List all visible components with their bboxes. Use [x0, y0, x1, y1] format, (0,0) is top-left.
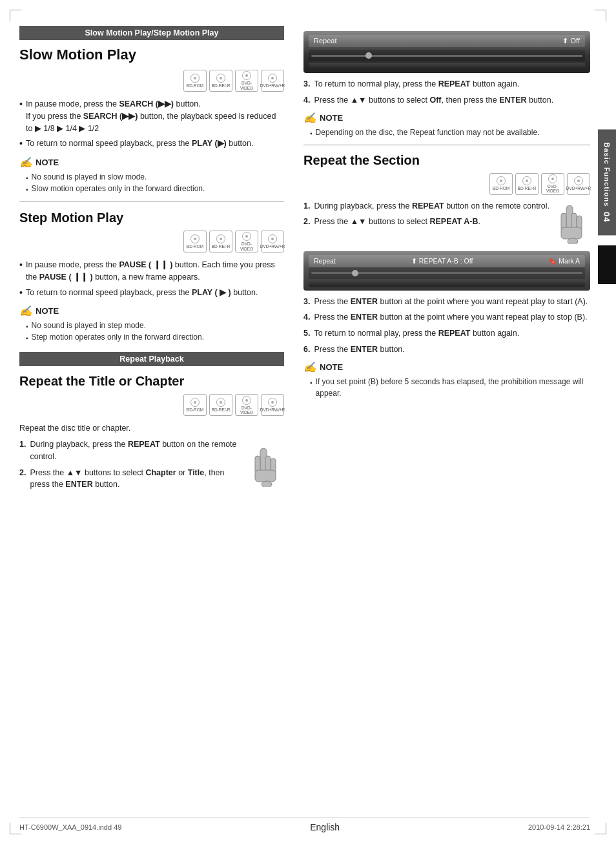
step-motion-note2: Step motion operates only in the forward… [26, 331, 284, 343]
repeat-section-note: ✍ NOTE If you set point (B) before 5 sec… [303, 361, 590, 399]
rs-step6: 6. Press the ENTER button. [303, 344, 590, 356]
step-motion-bullet2: To return to normal speed playback, pres… [19, 287, 284, 299]
hand-illustration-right [555, 205, 590, 246]
bd-re-r-disc [216, 74, 225, 83]
screen-bar-1: Repeat ⬆ Off [309, 35, 585, 47]
ab-label: Repeat [314, 257, 336, 265]
repeat-section-note-list: If you set point (B) before 5 seconds ha… [303, 376, 590, 399]
svg-point-13 [568, 238, 578, 244]
screen-label-1: Repeat [314, 37, 336, 45]
screen-track-1 [311, 55, 582, 57]
banner-repeat: Repeat Playback [19, 352, 284, 366]
ab-mark: 🔖 Mark A [548, 257, 580, 265]
screen-repeat-off: Repeat ⬆ Off [303, 31, 590, 73]
bd-re-r-icon: BD-RE/-R [209, 70, 232, 92]
step-motion-disc-icons: BD-ROM BD-RE/-R DVD-VIDEO DVD+RW/+R [19, 231, 284, 252]
rpt-dvd-rw-r-icon: DVD+RW/+R [261, 394, 284, 416]
dvd-rw-r-icon: DVD+RW/+R [261, 70, 284, 92]
hand-illustration-left [249, 448, 284, 489]
repeat-steps-list: 1. During playback, press the REPEAT but… [19, 438, 243, 495]
ab-track [311, 272, 582, 274]
bd-re-r-label: BD-RE/-R [212, 83, 231, 88]
rpt-dvd-video-icon: DVD-VIDEO [235, 394, 258, 416]
divider-step-motion [19, 201, 284, 201]
rs-dvd-rw-r-icon: DVD+RW/+R [567, 173, 590, 195]
rs-step4: 4. Press the ENTER button at the point w… [303, 311, 590, 324]
rs-step2: 2. Press the ▲▼ buttons to select REPEAT… [303, 216, 549, 228]
step-motion-bullet1: In pause mode, press the PAUSE ( ❙❙ ) bu… [19, 259, 284, 283]
tab-number: 04 [602, 212, 612, 222]
left-column: Slow Motion Play/Step Motion Play Slow M… [19, 26, 297, 818]
step-motion-bullets: In pause mode, press the PAUSE ( ❙❙ ) bu… [19, 259, 284, 298]
page-footer: HT-C6900W_XAA_0914.indd 49 English 2010-… [19, 818, 590, 832]
screen-repeat-ab: Repeat ⬆ REPEAT A-B : Off 🔖 Mark A [303, 251, 590, 291]
repeat-title-note-list: Depending on the disc, the Repeat functi… [303, 127, 590, 138]
rs-step3: 3. Press the ENTER button at the point w… [303, 296, 590, 308]
repeat-disc-icons: BD-ROM BD-RE/-R DVD-VIDEO DVD+RW/+R [19, 394, 284, 416]
repeat-section-steps-1-2: 1. During playback, press the REPEAT but… [303, 200, 549, 232]
footer-center: English [310, 822, 340, 832]
hand-svg-left [249, 448, 281, 487]
slow-motion-note2: Slow motion operates only in the forward… [26, 183, 284, 194]
svg-rect-11 [561, 227, 582, 239]
hand-svg-right [555, 205, 587, 244]
side-tab-black [598, 245, 616, 284]
dvd-video-label: DVD-VIDEO [236, 81, 258, 90]
svg-point-6 [262, 481, 272, 487]
bd-rom-icon: BD-ROM [183, 70, 207, 92]
side-tab: 04 Basic Functions [598, 129, 616, 235]
rpt-bd-rom-icon: BD-ROM [183, 394, 207, 416]
note-icon-section: ✍ [303, 361, 316, 373]
svg-rect-4 [255, 470, 276, 482]
ab-slider [309, 267, 585, 279]
footer-left: HT-C6900W_XAA_0914.indd 49 [19, 823, 121, 831]
footer-right: 2010-09-14 2:28:21 [528, 823, 590, 831]
step-motion-note: ✍ NOTE No sound is played in step mode. … [19, 305, 284, 343]
dvd-rw-r-label: DVD+RW/+R [260, 83, 285, 88]
dvd-video-disc [242, 71, 251, 80]
rs-step5: 5. To return to normal play, press the R… [303, 327, 590, 340]
screen-value-1: ⬆ Off [562, 37, 580, 45]
tab-text: Basic Functions [603, 142, 611, 207]
dvd-video-icon: DVD-VIDEO [235, 70, 258, 92]
slow-motion-note: ✍ NOTE No sound is played in slow mode. … [19, 156, 284, 194]
screen-slider-1 [309, 50, 585, 61]
repeat-step3: 3. To return to normal play, press the R… [303, 78, 590, 90]
slow-motion-bullets: In pause mode, press the SEARCH (▶▶) but… [19, 98, 284, 150]
step-motion-title: Step Motion Play [19, 211, 284, 225]
repeat-title-note: ✍ NOTE Depending on the disc, the Repeat… [303, 112, 590, 138]
note-icon-repeat: ✍ [303, 112, 316, 124]
step-dvd-video-icon: DVD-VIDEO [235, 231, 258, 252]
slow-motion-bullet2: To return to normal speed playback, pres… [19, 138, 284, 150]
rs-bd-rom-icon: BD-ROM [489, 173, 513, 195]
repeat-step2: 2. Press the ▲▼ buttons to select Chapte… [19, 467, 243, 491]
repeat-step4: 4. Press the ▲▼ buttons to select Off, t… [303, 94, 590, 107]
divider-repeat-section [303, 145, 590, 145]
repeat-step1: 1. During playback, press the REPEAT but… [19, 438, 243, 463]
step-dvd-rw-r-icon: DVD+RW/+R [261, 231, 284, 252]
corner-mark-br [595, 823, 606, 834]
slow-motion-note-header: ✍ NOTE [19, 156, 284, 169]
rs-dvd-video-icon: DVD-VIDEO [541, 173, 564, 195]
banner-slow-motion: Slow Motion Play/Step Motion Play [19, 26, 284, 40]
rpt-bd-re-r-icon: BD-RE/-R [209, 394, 232, 416]
slow-motion-disc-icons: BD-ROM BD-RE/-R DVD-VIDEO DVD+RW/+R [19, 70, 284, 92]
right-column: Repeat ⬆ Off 3. To return to normal play… [297, 26, 590, 818]
repeat-title-note-header: ✍ NOTE [303, 112, 590, 124]
corner-mark-tr [595, 10, 606, 21]
repeat-title-chapter-title: Repeat the Title or Chapter [19, 374, 284, 389]
step-bd-rom-icon: BD-ROM [183, 231, 207, 252]
slow-motion-note1: No sound is played in slow mode. [26, 171, 284, 183]
bd-rom-label: BD-ROM [187, 83, 203, 88]
step-motion-note-header: ✍ NOTE [19, 305, 284, 317]
repeat-title-note1: Depending on the disc, the Repeat functi… [310, 127, 590, 138]
note-icon-slow: ✍ [19, 156, 32, 169]
slow-motion-title: Slow Motion Play [19, 46, 284, 63]
slow-motion-bullet1: In pause mode, press the SEARCH (▶▶) but… [19, 98, 284, 134]
corner-mark-tl [10, 10, 21, 21]
ab-screen-bar: Repeat ⬆ REPEAT A-B : Off 🔖 Mark A [309, 255, 585, 267]
repeat-desc: Repeat the disc title or chapter. [19, 422, 284, 435]
slow-motion-note-list: No sound is played in slow mode. Slow mo… [19, 171, 284, 194]
repeat-right-steps: 3. To return to normal play, press the R… [303, 78, 590, 107]
page-container: 04 Basic Functions Slow Motion Play/Step… [0, 0, 616, 844]
